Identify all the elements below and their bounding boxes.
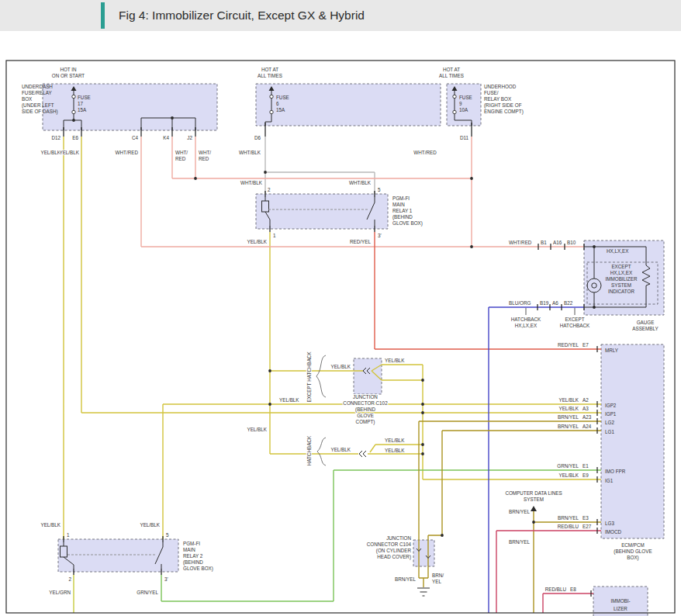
terminal-label: A2 — [582, 397, 589, 403]
wire-label: YEL/BLK — [330, 364, 351, 369]
underhood-box-name: UNDERHOOD — [484, 84, 517, 89]
variant-braces — [316, 355, 326, 465]
wire-label: YEL/BLK — [558, 472, 579, 478]
variant-label: HX,LX,EX — [515, 323, 538, 328]
underhood-fuse-box-main — [256, 84, 441, 126]
ecm-pin-name: LG2 — [605, 420, 614, 425]
component-boxes — [43, 84, 664, 616]
fuse6-label: 15A — [276, 107, 285, 112]
fuse17-label: 17 — [78, 101, 84, 106]
indicator-label: IMMOBILIZER — [606, 276, 638, 282]
hot-in-label: ON OR START — [52, 73, 85, 78]
fuse17-label: 15A — [78, 107, 87, 112]
wire-label: WHT/BLK — [239, 150, 261, 155]
wire-label: YEL/BLK — [40, 150, 60, 155]
wire-label: BLU/ORG — [509, 300, 531, 306]
ecm-name: BOX) — [627, 555, 638, 561]
pin-label: K4 — [163, 135, 169, 140]
relay2-name: MAIN — [183, 547, 195, 552]
relay1-name: MAIN — [392, 202, 405, 207]
wires-red-yel — [375, 232, 601, 349]
ecm-pin-name: LG3 — [605, 521, 614, 526]
ecm-pin-name: IG1 — [605, 478, 614, 483]
variant-label: EXCEPT — [565, 317, 584, 322]
ecm-pin-name: IGP1 — [605, 411, 617, 417]
c102-name: (BEHIND — [355, 407, 375, 413]
relay2-pin: 1 — [67, 532, 70, 538]
wire-label: YEL/BLK — [40, 522, 60, 528]
wires-blu-org — [489, 307, 584, 613]
underhood-box-name: (RIGHT SIDE OF — [484, 102, 522, 109]
terminal-label: A16 — [553, 240, 562, 245]
relay2-pin: 5 — [166, 532, 169, 538]
ground-symbol — [417, 588, 430, 596]
wire-label: YEL — [432, 579, 441, 584]
relay-mechanical-links — [67, 209, 368, 555]
c104-name: JUNCTION — [386, 535, 411, 541]
ecm-pin-name: MRLY — [605, 348, 619, 353]
wire-label: YEL/GRN — [49, 590, 71, 595]
c102-name: GLOVE — [357, 413, 374, 418]
pin-label: J2 — [187, 135, 192, 140]
wire-label: YEL/BLK — [385, 448, 405, 453]
ecm-pin-name: LG1 — [605, 429, 614, 434]
indicator-label: EXCEPT — [611, 264, 631, 269]
wire-label: WHT/BLK — [349, 180, 372, 185]
wire-label: RED — [175, 156, 186, 161]
gauge-trim-label: HX,LX,EX — [607, 248, 629, 254]
pin-label: E6 — [72, 135, 78, 140]
fuse9-icon — [453, 95, 456, 98]
wire-label: YEL/BLK — [558, 397, 579, 403]
wiring-diagram: HOT IN ON OR START UNDERDASH FUSE/RELAY … — [0, 0, 681, 616]
wire-label: RED/YEL — [558, 342, 579, 348]
relay1-name: RELAY 1 — [392, 208, 413, 213]
terminal-label: E9 — [582, 472, 589, 478]
ecm-pin-name: IMOCD — [605, 529, 621, 535]
relay2-name: RELAY 2 — [183, 553, 203, 559]
wire-label: BRN/YEL — [395, 576, 416, 582]
wiring-diagram-page: Fig 4: Immobilizer Circuit, Except GX & … — [0, 0, 681, 616]
terminal-label: B19 — [540, 300, 549, 306]
fuse9-label: FUSE — [459, 95, 472, 100]
wire-label: YEL/BLK — [59, 150, 79, 155]
wire-label: WHT/ — [175, 150, 188, 155]
relay1-pin: 1 — [273, 233, 276, 238]
relay1-pin: 3' — [378, 233, 382, 238]
fuse9-label: 10A — [459, 107, 468, 112]
hot-at-label: HOT AT — [443, 67, 460, 72]
wire-label: YEL/BLK — [558, 406, 579, 411]
wire-label: BRN/YEL — [558, 515, 579, 521]
c102-name: CONNECTOR C102 — [343, 400, 388, 406]
pin-label: D11 — [460, 135, 469, 140]
relay2-name: (BEHIND — [183, 559, 203, 566]
pgm-fi-relay1-box — [256, 194, 388, 229]
relay1-name: PGM-FI — [392, 196, 410, 201]
underdash-box-name: BOX — [22, 96, 33, 102]
immobilizer-unit-name: IMMOBI- — [610, 598, 630, 604]
pin-label: D6 — [254, 135, 261, 140]
ecm-name: (BEHIND GLOVE — [614, 549, 652, 555]
underhood-box-name: ENGINE COMPT) — [484, 109, 524, 115]
hot-at-label: ALL TIMES — [439, 73, 464, 78]
wire-label: RED/YEL — [350, 239, 371, 244]
hot-at-label: HOT AT — [261, 67, 278, 72]
fuse6-label: FUSE — [276, 95, 289, 100]
underhood-box-name: RELAY BOX — [484, 96, 512, 102]
wire-label: GRN/YEL — [137, 590, 158, 595]
underhood-fuse-box-small — [447, 84, 481, 126]
wire-label: WHT/RED — [116, 150, 139, 155]
wire-label: BRN/ — [432, 573, 444, 578]
terminal-label: E27 — [582, 524, 592, 529]
junction-c104-box — [413, 540, 434, 566]
wire-label: YEL/BLK — [385, 358, 405, 363]
c102-name: COMPT) — [356, 419, 375, 425]
underdash-box-name: UNDERDASH — [22, 84, 53, 89]
pin-label: D12 — [51, 135, 60, 140]
wire-label: RED/BLU — [545, 587, 567, 592]
relay1-pin: 5 — [378, 187, 381, 192]
wire-label: YEL/BLK — [247, 239, 267, 244]
terminal-label: A6 — [552, 300, 558, 306]
terminal-label: E8 — [570, 587, 576, 592]
fuse6-label: 6 — [276, 101, 279, 106]
underdash-box-name: SIDE OF DASH) — [22, 109, 58, 115]
